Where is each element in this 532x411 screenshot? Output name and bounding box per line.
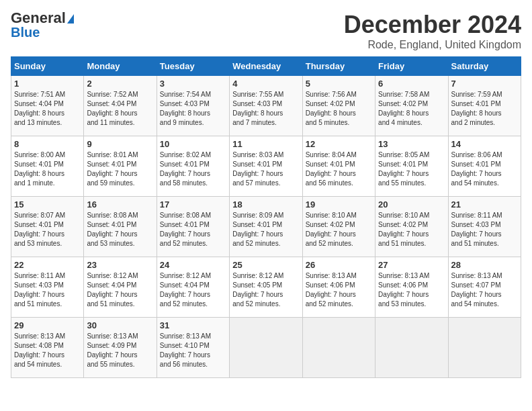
week-row-0: 1Sunrise: 7:51 AMSunset: 4:04 PMDaylight… (11, 76, 521, 136)
logo: General Blue (11, 11, 74, 40)
day-info: Sunrise: 8:12 AMSunset: 4:04 PMDaylight:… (160, 271, 226, 309)
day-number: 24 (160, 260, 226, 270)
day-cell: 1Sunrise: 7:51 AMSunset: 4:04 PMDaylight… (11, 76, 84, 136)
day-info: Sunrise: 7:54 AMSunset: 4:03 PMDaylight:… (160, 90, 226, 128)
day-number: 5 (306, 79, 372, 89)
page-header: General Blue December 2024 Rode, England… (11, 11, 521, 51)
day-info: Sunrise: 8:01 AMSunset: 4:01 PMDaylight:… (87, 150, 153, 188)
day-cell: 18Sunrise: 8:09 AMSunset: 4:01 PMDayligh… (230, 197, 302, 257)
day-number: 17 (160, 199, 226, 210)
day-number: 4 (232, 79, 299, 89)
day-info: Sunrise: 8:10 AMSunset: 4:02 PMDaylight:… (306, 211, 372, 248)
day-number: 8 (14, 139, 81, 149)
week-row-3: 22Sunrise: 8:11 AMSunset: 4:03 PMDayligh… (11, 257, 521, 318)
day-cell (448, 318, 521, 378)
day-cell: 27Sunrise: 8:13 AMSunset: 4:06 PMDayligh… (375, 257, 448, 318)
day-number: 10 (160, 139, 226, 149)
day-number: 22 (14, 260, 81, 270)
day-number: 21 (451, 199, 518, 210)
day-info: Sunrise: 8:09 AMSunset: 4:01 PMDaylight:… (232, 211, 299, 248)
col-sunday: Sunday (11, 57, 84, 76)
day-info: Sunrise: 8:13 AMSunset: 4:09 PMDaylight:… (87, 332, 153, 369)
day-number: 16 (87, 199, 153, 210)
day-info: Sunrise: 8:08 AMSunset: 4:01 PMDaylight:… (160, 211, 226, 248)
day-cell: 29Sunrise: 8:13 AMSunset: 4:08 PMDayligh… (11, 318, 84, 378)
day-cell: 31Sunrise: 8:13 AMSunset: 4:10 PMDayligh… (157, 318, 229, 378)
day-number: 3 (160, 79, 226, 89)
day-cell: 9Sunrise: 8:01 AMSunset: 4:01 PMDaylight… (84, 136, 157, 197)
day-cell: 10Sunrise: 8:02 AMSunset: 4:01 PMDayligh… (157, 136, 229, 197)
calendar-subtitle: Rode, England, United Kingdom (344, 39, 521, 51)
day-number: 28 (451, 260, 518, 270)
day-number: 14 (451, 139, 518, 149)
day-info: Sunrise: 8:13 AMSunset: 4:06 PMDaylight:… (306, 271, 372, 309)
day-number: 7 (451, 79, 518, 89)
col-thursday: Thursday (302, 57, 375, 76)
day-cell: 7Sunrise: 7:59 AMSunset: 4:01 PMDaylight… (448, 76, 521, 136)
col-friday: Friday (375, 57, 448, 76)
day-number: 23 (87, 260, 153, 270)
calendar-table: Sunday Monday Tuesday Wednesday Thursday… (11, 56, 521, 378)
day-number: 13 (378, 139, 445, 149)
day-number: 19 (306, 199, 372, 210)
day-cell: 3Sunrise: 7:54 AMSunset: 4:03 PMDaylight… (157, 76, 229, 136)
day-number: 6 (378, 79, 445, 89)
day-cell: 8Sunrise: 8:00 AMSunset: 4:01 PMDaylight… (11, 136, 84, 197)
day-number: 29 (14, 320, 81, 330)
header-row: Sunday Monday Tuesday Wednesday Thursday… (11, 57, 521, 76)
day-cell (230, 318, 302, 378)
title-block: December 2024 Rode, England, United King… (344, 11, 521, 51)
day-cell (302, 318, 375, 378)
day-cell: 30Sunrise: 8:13 AMSunset: 4:09 PMDayligh… (84, 318, 157, 378)
day-info: Sunrise: 8:05 AMSunset: 4:01 PMDaylight:… (378, 150, 445, 188)
day-info: Sunrise: 8:03 AMSunset: 4:01 PMDaylight:… (232, 150, 299, 188)
day-cell: 6Sunrise: 7:58 AMSunset: 4:02 PMDaylight… (375, 76, 448, 136)
day-info: Sunrise: 7:51 AMSunset: 4:04 PMDaylight:… (14, 90, 81, 128)
day-cell: 21Sunrise: 8:11 AMSunset: 4:03 PMDayligh… (448, 197, 521, 257)
day-info: Sunrise: 8:07 AMSunset: 4:01 PMDaylight:… (14, 211, 81, 248)
day-number: 2 (87, 79, 153, 89)
logo-blue: Blue (11, 25, 40, 40)
week-row-4: 29Sunrise: 8:13 AMSunset: 4:08 PMDayligh… (11, 318, 521, 378)
day-info: Sunrise: 8:13 AMSunset: 4:10 PMDaylight:… (160, 332, 226, 369)
day-info: Sunrise: 7:52 AMSunset: 4:04 PMDaylight:… (87, 90, 153, 128)
day-info: Sunrise: 8:13 AMSunset: 4:07 PMDaylight:… (451, 271, 518, 309)
day-info: Sunrise: 8:02 AMSunset: 4:01 PMDaylight:… (160, 150, 226, 188)
day-cell: 14Sunrise: 8:06 AMSunset: 4:01 PMDayligh… (448, 136, 521, 197)
day-cell: 17Sunrise: 8:08 AMSunset: 4:01 PMDayligh… (157, 197, 229, 257)
col-wednesday: Wednesday (230, 57, 302, 76)
day-info: Sunrise: 8:12 AMSunset: 4:04 PMDaylight:… (87, 271, 153, 309)
day-cell: 28Sunrise: 8:13 AMSunset: 4:07 PMDayligh… (448, 257, 521, 318)
day-cell: 24Sunrise: 8:12 AMSunset: 4:04 PMDayligh… (157, 257, 229, 318)
day-info: Sunrise: 8:04 AMSunset: 4:01 PMDaylight:… (306, 150, 372, 188)
col-tuesday: Tuesday (157, 57, 229, 76)
day-cell: 13Sunrise: 8:05 AMSunset: 4:01 PMDayligh… (375, 136, 448, 197)
day-cell: 2Sunrise: 7:52 AMSunset: 4:04 PMDaylight… (84, 76, 157, 136)
day-number: 1 (14, 79, 81, 89)
day-cell: 22Sunrise: 8:11 AMSunset: 4:03 PMDayligh… (11, 257, 84, 318)
day-info: Sunrise: 7:59 AMSunset: 4:01 PMDaylight:… (451, 90, 518, 128)
calendar-title: December 2024 (344, 11, 521, 39)
day-info: Sunrise: 8:10 AMSunset: 4:02 PMDaylight:… (378, 211, 445, 248)
day-number: 20 (378, 199, 445, 210)
day-cell: 5Sunrise: 7:56 AMSunset: 4:02 PMDaylight… (302, 76, 375, 136)
day-info: Sunrise: 8:00 AMSunset: 4:01 PMDaylight:… (14, 150, 81, 188)
day-info: Sunrise: 8:12 AMSunset: 4:05 PMDaylight:… (232, 271, 299, 309)
day-info: Sunrise: 8:13 AMSunset: 4:08 PMDaylight:… (14, 332, 81, 369)
day-info: Sunrise: 8:13 AMSunset: 4:06 PMDaylight:… (378, 271, 445, 309)
day-info: Sunrise: 7:56 AMSunset: 4:02 PMDaylight:… (306, 90, 372, 128)
day-cell: 11Sunrise: 8:03 AMSunset: 4:01 PMDayligh… (230, 136, 302, 197)
day-number: 30 (87, 320, 153, 330)
day-cell: 19Sunrise: 8:10 AMSunset: 4:02 PMDayligh… (302, 197, 375, 257)
day-info: Sunrise: 8:11 AMSunset: 4:03 PMDaylight:… (451, 211, 518, 248)
col-saturday: Saturday (448, 57, 521, 76)
day-cell: 15Sunrise: 8:07 AMSunset: 4:01 PMDayligh… (11, 197, 84, 257)
day-cell: 26Sunrise: 8:13 AMSunset: 4:06 PMDayligh… (302, 257, 375, 318)
day-number: 15 (14, 199, 81, 210)
day-info: Sunrise: 7:58 AMSunset: 4:02 PMDaylight:… (378, 90, 445, 128)
day-cell: 25Sunrise: 8:12 AMSunset: 4:05 PMDayligh… (230, 257, 302, 318)
day-cell: 12Sunrise: 8:04 AMSunset: 4:01 PMDayligh… (302, 136, 375, 197)
logo-text: General (11, 11, 74, 26)
day-info: Sunrise: 7:55 AMSunset: 4:03 PMDaylight:… (232, 90, 299, 128)
day-number: 12 (306, 139, 372, 149)
